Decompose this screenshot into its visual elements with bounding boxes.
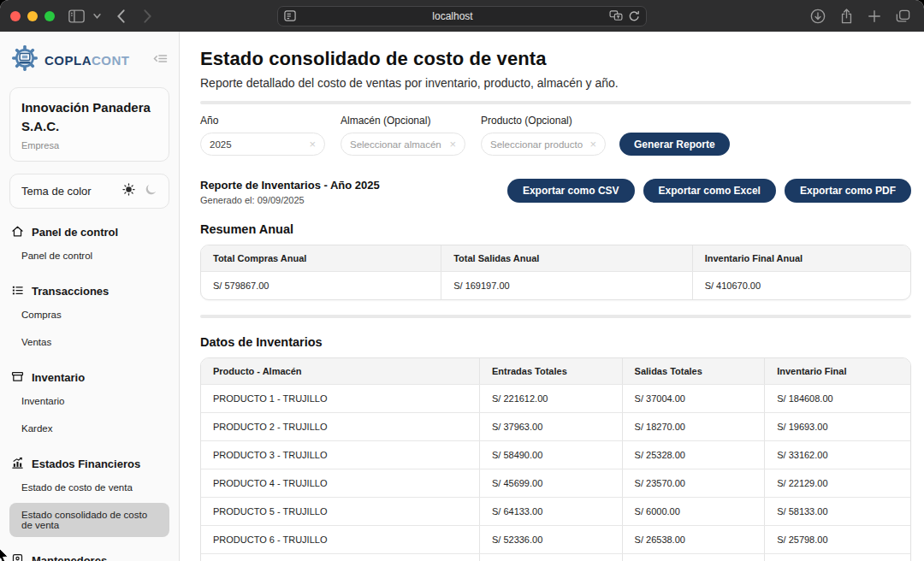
moon-icon[interactable]: [145, 183, 157, 199]
sidebar: COPLACONT Innovación Panadera S.A.C. Emp…: [0, 32, 180, 561]
clear-icon[interactable]: ×: [589, 139, 596, 150]
inventory-cell: PRODUCTO 2 - TRUJILLO: [201, 413, 479, 440]
inventory-cell: PRODUCTO 6 - TRUJILLO: [201, 526, 479, 553]
nav-section-panel-de-control: Panel de controlPanel de control: [9, 225, 169, 268]
exportar-como-csv-button[interactable]: Exportar como CSV: [507, 179, 635, 203]
nav-section-transacciones: TransaccionesComprasVentas: [9, 284, 169, 354]
section-label: Mantenedores: [32, 554, 107, 561]
inventory-cell: S/ 25798.00: [764, 526, 910, 553]
sun-icon[interactable]: [122, 183, 135, 199]
inventory-cell: S/ 25328.00: [622, 441, 765, 469]
coplacont-logo-icon: [11, 44, 38, 75]
sidebar-toggle-icon[interactable]: [68, 9, 85, 23]
inventory-cell: S/ 45699.00: [479, 469, 622, 497]
inventory-cell: S/ 37963.00: [479, 413, 622, 440]
sidebar-collapse-icon[interactable]: [153, 52, 168, 68]
sidebar-item-compras[interactable]: Compras: [9, 303, 169, 327]
summary-header-cell: Total Compras Anual: [201, 245, 441, 271]
table-row[interactable]: PRODUCTO 3 - TRUJILLOS/ 58490.00S/ 25328…: [201, 440, 910, 469]
clear-icon[interactable]: ×: [309, 139, 316, 150]
downloads-icon[interactable]: [810, 9, 826, 24]
export-buttons: Exportar como CSVExportar como ExcelExpo…: [507, 179, 911, 203]
nav-section-mantenedores: MantenedoresClientesProveedoresProductos…: [9, 553, 169, 561]
inventory-cell: S/ 67967.00: [764, 554, 910, 561]
theme-label: Tema de color: [21, 185, 92, 198]
section-label: Panel de control: [32, 226, 118, 239]
company-card: Innovación Panadera S.A.C. Empresa: [9, 87, 169, 162]
sidebar-nav: Panel de controlPanel de controlTransacc…: [9, 225, 169, 561]
inventory-heading: Datos de Inventarios: [200, 335, 911, 349]
exportar-como-pdf-button[interactable]: Exportar como PDF: [785, 179, 911, 203]
filter-ano: Año2025×: [200, 115, 325, 156]
table-row[interactable]: PRODUCTO 6 - TRUJILLOS/ 52336.00S/ 26538…: [201, 525, 910, 553]
inventory-header-cell: Salidas Totales: [622, 358, 765, 384]
inventory-cell: S/ 64133.00: [479, 498, 622, 525]
filter-label: Año: [200, 115, 325, 127]
filter-label: Almacén (Opcional): [341, 115, 465, 127]
chart-icon: [11, 457, 24, 472]
sidebar-item-inventario[interactable]: Inventario: [9, 389, 169, 413]
contacts-icon: [11, 553, 24, 561]
section-label: Estados Financieros: [32, 458, 140, 470]
filter-input-ano[interactable]: 2025×: [200, 133, 325, 156]
inventory-header-row: Producto - AlmacénEntradas TotalesSalida…: [201, 358, 910, 384]
exportar-como-excel-button[interactable]: Exportar como Excel: [643, 179, 776, 203]
summary-table: Total Compras AnualTotal Salidas AnualIn…: [200, 245, 911, 300]
table-row[interactable]: PRODUCTO 5 - TRUJILLOS/ 64133.00S/ 6000.…: [201, 497, 910, 525]
table-row[interactable]: PRODUCTO 7 - TRUJILLOS/ 78404.00S/ 10437…: [201, 553, 910, 561]
minimize-window-button[interactable]: [27, 11, 38, 21]
sidebar-section-panel-de-control: Panel de control: [9, 225, 169, 240]
inventory-cell: S/ 10437.00: [622, 554, 765, 561]
inventory-cell: PRODUCTO 3 - TRUJILLO: [201, 441, 479, 469]
sidebar-item-estado-consolidado-de-costo-de-venta[interactable]: Estado consolidado de costo de venta: [9, 503, 169, 537]
filter-label: Producto (Opcional): [481, 115, 606, 127]
close-window-button[interactable]: [10, 11, 21, 21]
company-name: Innovación Panadera S.A.C.: [21, 98, 157, 136]
summary-header-row: Total Compras AnualTotal Salidas AnualIn…: [201, 245, 910, 271]
home-icon: [11, 225, 24, 240]
translate-icon[interactable]: [609, 10, 623, 21]
reload-icon[interactable]: [629, 10, 640, 22]
table-row[interactable]: PRODUCTO 1 - TRUJILLOS/ 221612.00S/ 3700…: [201, 384, 910, 412]
sidebar-item-kardex[interactable]: Kardex: [9, 416, 169, 440]
zoom-window-button[interactable]: [44, 11, 55, 21]
summary-header-cell: Total Salidas Anual: [441, 245, 691, 271]
forward-button-icon: [143, 9, 152, 23]
generate-report-button[interactable]: Generar Reporte: [619, 133, 730, 156]
theme-card: Tema de color: [9, 174, 169, 209]
inventory-cell: S/ 19693.00: [764, 413, 910, 440]
inventory-header-cell: Inventario Final: [764, 358, 910, 384]
sidebar-item-panel-de-control[interactable]: Panel de control: [9, 244, 169, 268]
inventory-cell: S/ 23570.00: [622, 469, 765, 497]
header-divider: [200, 101, 911, 104]
traffic-lights: [10, 11, 55, 21]
share-icon[interactable]: [840, 9, 853, 24]
clear-icon[interactable]: ×: [449, 139, 456, 150]
url-text[interactable]: localhost: [296, 10, 609, 22]
new-tab-icon[interactable]: [868, 9, 881, 23]
tab-overview-icon[interactable]: [896, 9, 910, 23]
summary-value-cell: S/ 410670.00: [692, 272, 910, 299]
sidebar-item-ventas[interactable]: Ventas: [9, 330, 169, 354]
page-settings-icon[interactable]: [284, 10, 296, 21]
filter-input-producto-opcional[interactable]: Seleccionar producto×: [481, 133, 606, 156]
chevron-down-icon[interactable]: [93, 14, 101, 19]
inventory-cell: PRODUCTO 5 - TRUJILLO: [201, 498, 479, 525]
page-subtitle: Reporte detallado del costo de ventas po…: [200, 76, 911, 90]
inventory-cell: S/ 33162.00: [764, 441, 910, 469]
inventory-cell: S/ 22129.00: [764, 469, 910, 497]
report-header: Reporte de Inventarios - Año 2025 Genera…: [200, 179, 911, 205]
inventory-cell: S/ 26538.00: [622, 526, 765, 553]
inventory-cell: PRODUCTO 4 - TRUJILLO: [201, 469, 479, 497]
inventory-cell: PRODUCTO 1 - TRUJILLO: [201, 385, 479, 412]
filter-value: Seleccionar producto: [490, 139, 589, 150]
inventory-cell: S/ 184608.00: [764, 385, 910, 412]
table-row[interactable]: PRODUCTO 4 - TRUJILLOS/ 45699.00S/ 23570…: [201, 469, 910, 497]
filter-input-almacen-opcional[interactable]: Seleccionar almacén×: [341, 133, 465, 156]
address-bar[interactable]: localhost: [277, 6, 647, 27]
sidebar-item-estado-de-costo-de-venta[interactable]: Estado de costo de venta: [9, 475, 169, 499]
back-button-icon[interactable]: [116, 9, 126, 23]
table-row[interactable]: PRODUCTO 2 - TRUJILLOS/ 37963.00S/ 18270…: [201, 412, 910, 440]
inventory-cell: S/ 52336.00: [479, 526, 622, 553]
mouse-cursor: [0, 547, 11, 561]
